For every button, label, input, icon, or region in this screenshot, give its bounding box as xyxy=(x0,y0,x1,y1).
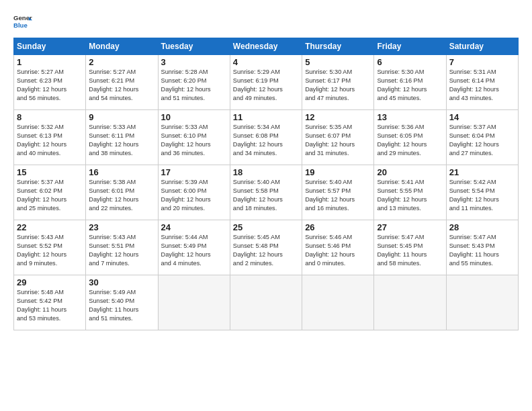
calendar-cell: 22Sunrise: 5:43 AM Sunset: 5:52 PM Dayli… xyxy=(14,220,86,275)
calendar-cell: 12Sunrise: 5:35 AM Sunset: 6:07 PM Dayli… xyxy=(302,110,374,165)
calendar-cell: 6Sunrise: 5:30 AM Sunset: 6:16 PM Daylig… xyxy=(374,55,446,110)
cell-content: Sunrise: 5:47 AM Sunset: 5:43 PM Dayligh… xyxy=(449,233,515,268)
cell-content: Sunrise: 5:43 AM Sunset: 5:51 PM Dayligh… xyxy=(89,233,154,268)
page: General Blue SundayMondayTuesdayWednesda… xyxy=(0,0,532,337)
cell-content: Sunrise: 5:28 AM Sunset: 6:20 PM Dayligh… xyxy=(161,68,227,103)
calendar-cell: 19Sunrise: 5:40 AM Sunset: 5:57 PM Dayli… xyxy=(302,165,374,220)
calendar-cell: 8Sunrise: 5:32 AM Sunset: 6:13 PM Daylig… xyxy=(14,110,86,165)
cell-content: Sunrise: 5:27 AM Sunset: 6:21 PM Dayligh… xyxy=(89,68,154,103)
calendar-cell: 30Sunrise: 5:49 AM Sunset: 5:40 PM Dayli… xyxy=(86,275,158,330)
cell-content: Sunrise: 5:38 AM Sunset: 6:01 PM Dayligh… xyxy=(89,178,154,213)
calendar-cell: 11Sunrise: 5:34 AM Sunset: 6:08 PM Dayli… xyxy=(230,110,302,165)
cell-content: Sunrise: 5:30 AM Sunset: 6:17 PM Dayligh… xyxy=(305,68,371,103)
day-number: 3 xyxy=(161,57,227,67)
weekday-header-cell: Sunday xyxy=(14,38,86,55)
day-number: 16 xyxy=(89,167,154,177)
day-number: 23 xyxy=(89,222,154,232)
calendar-cell: 2Sunrise: 5:27 AM Sunset: 6:21 PM Daylig… xyxy=(86,55,158,110)
day-number: 22 xyxy=(17,222,83,232)
cell-content: Sunrise: 5:48 AM Sunset: 5:42 PM Dayligh… xyxy=(17,288,83,323)
day-number: 18 xyxy=(233,167,299,177)
calendar-cell: 27Sunrise: 5:47 AM Sunset: 5:45 PM Dayli… xyxy=(374,220,446,275)
cell-content: Sunrise: 5:33 AM Sunset: 6:10 PM Dayligh… xyxy=(161,123,227,158)
calendar-cell: 3Sunrise: 5:28 AM Sunset: 6:20 PM Daylig… xyxy=(158,55,230,110)
day-number: 10 xyxy=(161,112,227,122)
day-number: 27 xyxy=(377,222,443,232)
day-number: 6 xyxy=(377,57,443,67)
calendar-cell xyxy=(230,275,302,330)
calendar-cell: 21Sunrise: 5:42 AM Sunset: 5:54 PM Dayli… xyxy=(446,165,518,220)
day-number: 7 xyxy=(449,57,515,67)
logo-icon: General Blue xyxy=(13,12,32,31)
calendar-cell: 7Sunrise: 5:31 AM Sunset: 6:14 PM Daylig… xyxy=(446,55,518,110)
cell-content: Sunrise: 5:35 AM Sunset: 6:07 PM Dayligh… xyxy=(305,123,371,158)
calendar-cell: 1Sunrise: 5:27 AM Sunset: 6:23 PM Daylig… xyxy=(14,55,86,110)
day-number: 13 xyxy=(377,112,443,122)
calendar-cell: 23Sunrise: 5:43 AM Sunset: 5:51 PM Dayli… xyxy=(86,220,158,275)
day-number: 2 xyxy=(89,57,154,67)
cell-content: Sunrise: 5:33 AM Sunset: 6:11 PM Dayligh… xyxy=(89,123,154,158)
calendar-cell: 15Sunrise: 5:37 AM Sunset: 6:02 PM Dayli… xyxy=(14,165,86,220)
cell-content: Sunrise: 5:37 AM Sunset: 6:02 PM Dayligh… xyxy=(17,178,83,213)
calendar-cell: 18Sunrise: 5:40 AM Sunset: 5:58 PM Dayli… xyxy=(230,165,302,220)
cell-content: Sunrise: 5:42 AM Sunset: 5:54 PM Dayligh… xyxy=(449,178,515,213)
svg-text:Blue: Blue xyxy=(13,21,28,29)
cell-content: Sunrise: 5:36 AM Sunset: 6:05 PM Dayligh… xyxy=(377,123,443,158)
table-row: 15Sunrise: 5:37 AM Sunset: 6:02 PM Dayli… xyxy=(14,165,519,220)
calendar-body: 1Sunrise: 5:27 AM Sunset: 6:23 PM Daylig… xyxy=(14,55,519,330)
cell-content: Sunrise: 5:31 AM Sunset: 6:14 PM Dayligh… xyxy=(449,68,515,103)
table-row: 29Sunrise: 5:48 AM Sunset: 5:42 PM Dayli… xyxy=(14,275,519,330)
day-number: 30 xyxy=(89,277,154,287)
calendar-cell: 10Sunrise: 5:33 AM Sunset: 6:10 PM Dayli… xyxy=(158,110,230,165)
cell-content: Sunrise: 5:32 AM Sunset: 6:13 PM Dayligh… xyxy=(17,123,83,158)
weekday-header-cell: Saturday xyxy=(446,38,518,55)
day-number: 1 xyxy=(17,57,83,67)
cell-content: Sunrise: 5:47 AM Sunset: 5:45 PM Dayligh… xyxy=(377,233,443,268)
weekday-header-cell: Thursday xyxy=(302,38,374,55)
cell-content: Sunrise: 5:41 AM Sunset: 5:55 PM Dayligh… xyxy=(377,178,443,213)
calendar-cell: 9Sunrise: 5:33 AM Sunset: 6:11 PM Daylig… xyxy=(86,110,158,165)
calendar-cell: 29Sunrise: 5:48 AM Sunset: 5:42 PM Dayli… xyxy=(14,275,86,330)
day-number: 15 xyxy=(17,167,83,177)
calendar-cell: 28Sunrise: 5:47 AM Sunset: 5:43 PM Dayli… xyxy=(446,220,518,275)
weekday-header-row: SundayMondayTuesdayWednesdayThursdayFrid… xyxy=(14,38,519,55)
calendar-cell: 20Sunrise: 5:41 AM Sunset: 5:55 PM Dayli… xyxy=(374,165,446,220)
calendar-cell: 4Sunrise: 5:29 AM Sunset: 6:19 PM Daylig… xyxy=(230,55,302,110)
day-number: 21 xyxy=(449,167,515,177)
day-number: 8 xyxy=(17,112,83,122)
day-number: 19 xyxy=(305,167,371,177)
table-row: 1Sunrise: 5:27 AM Sunset: 6:23 PM Daylig… xyxy=(14,55,519,110)
day-number: 9 xyxy=(89,112,154,122)
calendar-table: SundayMondayTuesdayWednesdayThursdayFrid… xyxy=(13,38,519,330)
calendar-cell xyxy=(158,275,230,330)
logo: General Blue xyxy=(13,12,32,31)
day-number: 11 xyxy=(233,112,299,122)
cell-content: Sunrise: 5:49 AM Sunset: 5:40 PM Dayligh… xyxy=(89,288,154,323)
cell-content: Sunrise: 5:39 AM Sunset: 6:00 PM Dayligh… xyxy=(161,178,227,213)
calendar-cell xyxy=(302,275,374,330)
day-number: 25 xyxy=(233,222,299,232)
table-row: 8Sunrise: 5:32 AM Sunset: 6:13 PM Daylig… xyxy=(14,110,519,165)
cell-content: Sunrise: 5:43 AM Sunset: 5:52 PM Dayligh… xyxy=(17,233,83,268)
cell-content: Sunrise: 5:34 AM Sunset: 6:08 PM Dayligh… xyxy=(233,123,299,158)
day-number: 24 xyxy=(161,222,227,232)
weekday-header-cell: Tuesday xyxy=(158,38,230,55)
calendar-cell xyxy=(446,275,518,330)
weekday-header-cell: Wednesday xyxy=(230,38,302,55)
day-number: 28 xyxy=(449,222,515,232)
header: General Blue xyxy=(13,12,519,31)
cell-content: Sunrise: 5:46 AM Sunset: 5:46 PM Dayligh… xyxy=(305,233,371,268)
day-number: 29 xyxy=(17,277,83,287)
day-number: 5 xyxy=(305,57,371,67)
cell-content: Sunrise: 5:40 AM Sunset: 5:57 PM Dayligh… xyxy=(305,178,371,213)
day-number: 26 xyxy=(305,222,371,232)
cell-content: Sunrise: 5:37 AM Sunset: 6:04 PM Dayligh… xyxy=(449,123,515,158)
table-row: 22Sunrise: 5:43 AM Sunset: 5:52 PM Dayli… xyxy=(14,220,519,275)
calendar-cell: 26Sunrise: 5:46 AM Sunset: 5:46 PM Dayli… xyxy=(302,220,374,275)
day-number: 12 xyxy=(305,112,371,122)
weekday-header-cell: Monday xyxy=(86,38,158,55)
calendar-cell: 13Sunrise: 5:36 AM Sunset: 6:05 PM Dayli… xyxy=(374,110,446,165)
calendar-cell: 16Sunrise: 5:38 AM Sunset: 6:01 PM Dayli… xyxy=(86,165,158,220)
cell-content: Sunrise: 5:29 AM Sunset: 6:19 PM Dayligh… xyxy=(233,68,299,103)
day-number: 17 xyxy=(161,167,227,177)
